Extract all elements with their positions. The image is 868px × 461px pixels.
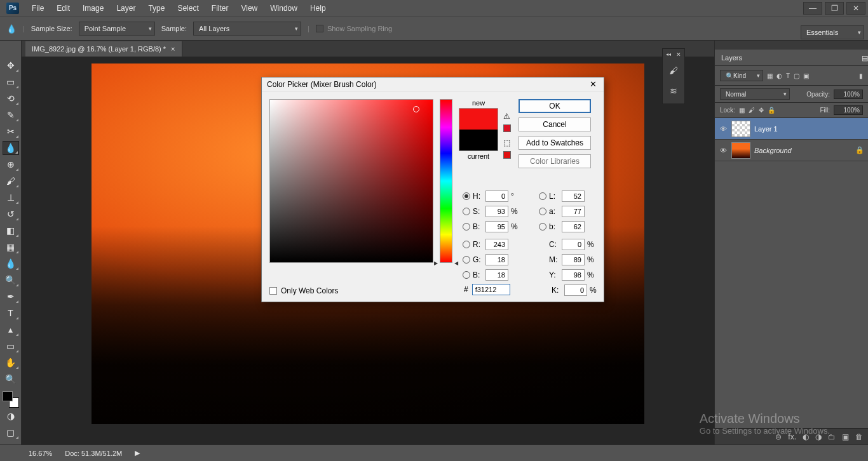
document-tab[interactable]: IMG_8922.jpg @ 16.7% (Layer 1, RGB/8) * …: [25, 41, 182, 57]
lock-pixels-icon[interactable]: 🖌: [749, 107, 755, 114]
filter-shape-icon[interactable]: ▢: [794, 72, 799, 79]
filter-toggle[interactable]: ▮: [859, 72, 863, 79]
dialog-titlebar[interactable]: Color Picker (Mixer Brush Color) ✕: [262, 77, 604, 91]
history-brush-tool[interactable]: ↺: [3, 207, 19, 221]
collapsed-panel-group[interactable]: ◂◂ ✕ 🖌 ≋: [662, 48, 685, 104]
layer-fx-icon[interactable]: fx.: [788, 432, 796, 441]
screenmode-tool[interactable]: ▢: [3, 425, 19, 439]
b-lab-input[interactable]: [562, 221, 585, 232]
ok-button[interactable]: OK: [519, 99, 591, 113]
layer-row[interactable]: 👁 Layer 1: [715, 118, 868, 140]
websafe-warning-icon[interactable]: ⬚: [503, 138, 512, 147]
gamut-warning-icon[interactable]: ⚠: [503, 112, 512, 121]
hue-input[interactable]: [485, 190, 508, 202]
only-web-colors-checkbox[interactable]: [269, 287, 277, 295]
layer-name[interactable]: Background: [754, 147, 792, 154]
menu-file[interactable]: File: [25, 4, 50, 13]
menu-edit[interactable]: Edit: [50, 4, 76, 13]
b-rgb-radio[interactable]: [463, 271, 470, 279]
opacity-input[interactable]: 100%: [834, 90, 863, 99]
hue-radio[interactable]: [463, 192, 470, 200]
filter-adjust-icon[interactable]: ◐: [776, 72, 782, 79]
hue-slider[interactable]: [440, 99, 452, 263]
filter-pixel-icon[interactable]: ▦: [767, 72, 773, 79]
k-input[interactable]: [564, 284, 587, 296]
color-preview[interactable]: [459, 108, 498, 151]
quickmask-tool[interactable]: ◑: [3, 409, 19, 423]
menu-help[interactable]: Help: [304, 4, 332, 13]
y-input[interactable]: [562, 269, 585, 281]
menu-window[interactable]: Window: [264, 4, 304, 13]
gradient-tool[interactable]: ▦: [3, 240, 19, 254]
g-input[interactable]: [485, 254, 508, 265]
adjustment-layer-icon[interactable]: ◑: [815, 432, 822, 441]
m-input[interactable]: [562, 254, 585, 265]
saturation-brightness-field[interactable]: [269, 99, 433, 263]
websafe-warning-swatch[interactable]: [503, 151, 511, 159]
dodge-tool[interactable]: 🔍: [3, 273, 19, 287]
layer-name[interactable]: Layer 1: [754, 125, 778, 133]
workspace-switcher[interactable]: Essentials: [801, 25, 864, 39]
layer-visibility-icon[interactable]: 👁: [719, 125, 728, 133]
doc-size[interactable]: Doc: 51.3M/51.2M: [65, 450, 122, 457]
l-input[interactable]: [562, 190, 585, 202]
sample-size-dropdown[interactable]: Point Sample: [79, 22, 155, 36]
document-tab-close-icon[interactable]: ×: [171, 45, 175, 53]
cancel-button[interactable]: Cancel: [519, 117, 591, 131]
window-minimize-button[interactable]: —: [803, 2, 822, 15]
foreground-color-swatch[interactable]: [3, 391, 13, 401]
menu-image[interactable]: Image: [76, 4, 110, 13]
filter-type-icon[interactable]: T: [786, 72, 790, 79]
color-field-marker[interactable]: [413, 106, 419, 112]
layer-mask-icon[interactable]: ◐: [803, 432, 809, 441]
layer-visibility-icon[interactable]: 👁: [719, 147, 728, 154]
brush-tool[interactable]: 🖌: [3, 174, 19, 188]
pen-tool[interactable]: ✒: [3, 290, 19, 304]
b-lab-radio[interactable]: [539, 223, 546, 230]
menu-filter[interactable]: Filter: [205, 4, 235, 13]
brush-presets-icon[interactable]: 🖌: [666, 63, 681, 78]
layer-group-icon[interactable]: 🗀: [828, 432, 836, 441]
layer-row[interactable]: 👁 Background 🔒: [715, 140, 868, 161]
move-tool[interactable]: ✥: [3, 58, 19, 72]
lock-transparent-icon[interactable]: ▦: [739, 107, 745, 114]
g-radio[interactable]: [463, 256, 470, 264]
menu-view[interactable]: View: [234, 4, 264, 13]
a-input[interactable]: [562, 206, 585, 217]
zoom-tool[interactable]: 🔍: [3, 372, 19, 386]
fill-input[interactable]: 100%: [834, 105, 863, 115]
healing-tool[interactable]: ⊕: [3, 157, 19, 171]
delete-layer-icon[interactable]: 🗑: [855, 432, 863, 441]
bri-radio[interactable]: [463, 223, 470, 230]
path-select-tool[interactable]: ▴: [3, 323, 19, 337]
link-layers-icon[interactable]: ⊝: [775, 432, 782, 441]
filter-smart-icon[interactable]: ▣: [803, 72, 809, 79]
menu-select[interactable]: Select: [171, 4, 205, 13]
r-input[interactable]: [485, 239, 508, 250]
window-close-button[interactable]: ✕: [846, 2, 865, 15]
zoom-level[interactable]: 16.67%: [29, 450, 52, 457]
quick-select-tool[interactable]: ✎: [3, 108, 19, 122]
lasso-tool[interactable]: ⟲: [3, 91, 19, 105]
eraser-tool[interactable]: ◧: [3, 224, 19, 237]
show-sampling-ring-checkbox[interactable]: [316, 25, 323, 32]
status-arrow-icon[interactable]: ▶: [135, 449, 140, 457]
crop-tool[interactable]: ✂: [3, 124, 19, 138]
type-tool[interactable]: T: [3, 306, 19, 320]
sat-radio[interactable]: [463, 208, 470, 215]
c-input[interactable]: [562, 239, 585, 250]
b-rgb-input[interactable]: [485, 269, 508, 281]
panel-menu-icon[interactable]: ▤: [862, 54, 868, 62]
layer-thumbnail[interactable]: [731, 121, 750, 137]
window-maximize-button[interactable]: ❐: [825, 2, 844, 15]
blur-tool[interactable]: 💧: [3, 257, 19, 271]
bri-input[interactable]: [485, 221, 508, 232]
hand-tool[interactable]: ✋: [3, 356, 19, 370]
l-radio[interactable]: [539, 192, 546, 200]
lock-position-icon[interactable]: ✥: [759, 107, 764, 114]
a-radio[interactable]: [539, 208, 546, 215]
shape-tool[interactable]: ▭: [3, 339, 19, 353]
new-layer-icon[interactable]: ▣: [842, 432, 849, 441]
r-radio[interactable]: [463, 241, 470, 248]
lock-all-icon[interactable]: 🔒: [768, 107, 775, 114]
